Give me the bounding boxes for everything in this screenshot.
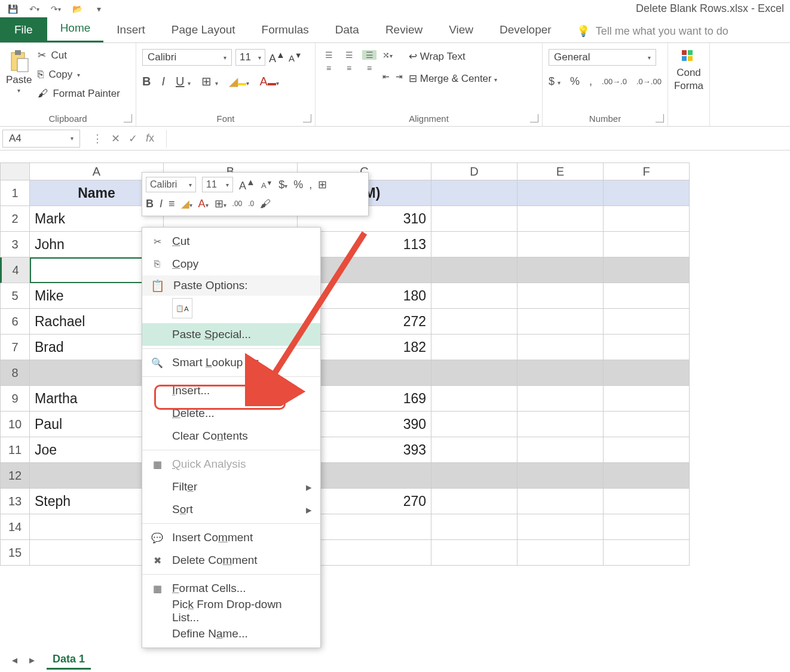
copy-button[interactable]: ⎘Copy ▾ — [38, 69, 120, 81]
mini-border-button[interactable]: ⊞▾ — [215, 197, 226, 210]
cell[interactable] — [604, 386, 690, 412]
format-painter-button[interactable]: 🖌Format Painter — [38, 88, 120, 100]
col-header-E[interactable]: E — [518, 162, 604, 180]
increase-indent-icon[interactable]: ⇥ — [396, 72, 403, 81]
align-left-icon[interactable]: ≡ — [321, 63, 336, 73]
cell[interactable] — [604, 232, 690, 257]
ctx-format-cells[interactable]: ▦Format Cells... — [142, 577, 320, 600]
cell[interactable] — [518, 335, 604, 360]
align-bottom-icon[interactable]: ☰ — [362, 50, 376, 60]
row-header[interactable]: 12 — [0, 463, 30, 489]
increase-decimal-icon[interactable]: .00→.0 — [602, 77, 627, 86]
cell[interactable] — [518, 257, 604, 283]
name-box[interactable]: A4▾ — [2, 130, 80, 148]
ctx-delete[interactable]: Delete... — [142, 402, 320, 425]
row-header[interactable]: 3 — [0, 232, 30, 257]
row-header[interactable]: 7 — [0, 335, 30, 360]
cell[interactable] — [518, 206, 604, 232]
row-header[interactable]: 13 — [0, 489, 30, 514]
tab-insert[interactable]: Insert — [103, 17, 158, 42]
cell[interactable] — [604, 540, 690, 566]
col-header-F[interactable]: F — [604, 162, 690, 180]
enter-icon[interactable]: ✓ — [128, 132, 137, 145]
row-header[interactable]: 6 — [0, 309, 30, 335]
row-header[interactable]: 15 — [0, 540, 30, 566]
fx-icon[interactable]: fx — [146, 132, 154, 145]
cell[interactable] — [518, 360, 604, 386]
cell[interactable] — [431, 514, 518, 540]
paste-option-a[interactable]: 📋A — [172, 298, 192, 318]
mini-accounting-icon[interactable]: $▾ — [278, 179, 287, 191]
cell[interactable] — [604, 463, 690, 489]
ctx-delete-comment[interactable]: ✖Delete Comment — [142, 549, 320, 572]
align-top-icon[interactable]: ☰ — [321, 50, 336, 60]
cell[interactable] — [604, 283, 690, 309]
cell[interactable] — [431, 386, 518, 412]
row-header[interactable]: 11 — [0, 437, 30, 463]
cell[interactable] — [518, 386, 604, 412]
orientation-button[interactable]: ⤭▾ — [382, 50, 403, 60]
cut-button[interactable]: ✂Cut — [38, 49, 120, 62]
ctx-insert-comment[interactable]: 💬Insert Comment — [142, 526, 320, 549]
font-color-button[interactable]: A▾ — [260, 75, 279, 88]
ctx-smart-lookup[interactable]: 🔍Smart Lookup↖ — [142, 351, 320, 374]
row-header[interactable]: 14 — [0, 514, 30, 540]
row-header[interactable]: 4 — [0, 257, 30, 283]
undo-icon[interactable]: ↶▾ — [27, 2, 41, 16]
conditional-formatting-button[interactable]: Cond Forma — [674, 47, 703, 92]
increase-font-icon[interactable]: A▲ — [269, 50, 285, 65]
tab-view[interactable]: View — [436, 17, 486, 42]
accounting-button[interactable]: $ ▾ — [549, 75, 561, 88]
mini-bold-button[interactable]: B — [146, 198, 154, 210]
cell[interactable] — [431, 412, 518, 437]
cell[interactable] — [431, 463, 518, 489]
sheet-nav-next[interactable]: ▸ — [29, 653, 35, 667]
tell-me[interactable]: 💡Tell me what you want to do — [577, 24, 728, 42]
ctx-filter[interactable]: Filter▸ — [142, 475, 320, 498]
mini-dec-dec-icon[interactable]: .0 — [248, 200, 254, 208]
redo-icon[interactable]: ↷▾ — [49, 2, 62, 16]
ctx-pick-dropdown[interactable]: Pick From Drop-down List... — [142, 600, 320, 622]
decrease-decimal-icon[interactable]: .0→.00 — [636, 77, 662, 86]
percent-button[interactable]: % — [570, 75, 580, 88]
cell[interactable] — [431, 283, 518, 309]
fill-color-button[interactable]: ◢▾ — [229, 74, 249, 88]
font-launcher[interactable] — [303, 114, 311, 122]
open-icon[interactable]: 📂 — [71, 2, 84, 16]
cell[interactable] — [431, 437, 518, 463]
mini-percent-icon[interactable]: % — [293, 179, 303, 191]
mini-italic-button[interactable]: I — [160, 198, 163, 210]
cell[interactable] — [604, 309, 690, 335]
cell[interactable] — [518, 489, 604, 514]
row-header[interactable]: 2 — [0, 206, 30, 232]
mini-comma-icon[interactable]: , — [309, 179, 312, 191]
cell[interactable] — [431, 540, 518, 566]
ctx-copy[interactable]: ⎘Copy — [142, 253, 320, 275]
cell[interactable] — [518, 232, 604, 257]
italic-button[interactable]: I — [161, 75, 165, 88]
cancel-icon[interactable]: ✕ — [111, 132, 120, 145]
cell[interactable] — [431, 206, 518, 232]
cell[interactable] — [431, 335, 518, 360]
wrap-text-button[interactable]: ↩ Wrap Text — [409, 50, 497, 63]
cell[interactable] — [604, 489, 690, 514]
underline-button[interactable]: U ▾ — [176, 75, 191, 88]
mini-font-color-button[interactable]: A▾ — [198, 198, 209, 210]
cell[interactable] — [518, 283, 604, 309]
cell[interactable] — [431, 360, 518, 386]
comma-button[interactable]: , — [589, 75, 592, 88]
formula-input[interactable] — [166, 130, 790, 148]
mini-size-select[interactable]: 11▾ — [202, 177, 233, 192]
ctx-paste-special[interactable]: Paste Special... — [142, 323, 320, 346]
number-format-select[interactable]: General▾ — [549, 49, 656, 66]
sheet-nav-prev[interactable]: ◂ — [12, 653, 17, 667]
tab-file[interactable]: File — [0, 17, 47, 42]
tab-formulas[interactable]: Formulas — [249, 17, 322, 42]
mini-align-button[interactable]: ≡ — [169, 198, 175, 210]
save-icon[interactable]: 💾 — [6, 2, 19, 16]
align-middle-icon[interactable]: ☰ — [342, 50, 356, 60]
row-header[interactable]: 10 — [0, 412, 30, 437]
cell[interactable] — [604, 437, 690, 463]
number-launcher[interactable] — [656, 114, 664, 122]
tab-home[interactable]: Home — [47, 16, 104, 42]
